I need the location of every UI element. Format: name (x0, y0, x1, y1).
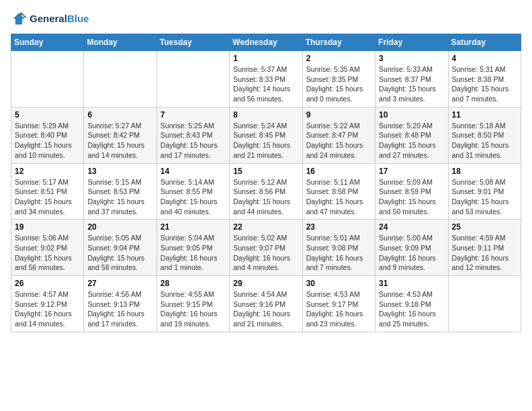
day-info: Sunrise: 4:55 AMSunset: 9:15 PMDaylight:… (161, 289, 226, 329)
day-number: 5 (15, 110, 80, 120)
header: GeneralBlue (11, 11, 521, 27)
day-number: 30 (306, 279, 371, 288)
day-number: 20 (87, 222, 152, 232)
day-number: 7 (161, 110, 226, 120)
day-info: Sunrise: 5:25 AMSunset: 8:43 PMDaylight:… (161, 121, 226, 161)
day-number: 21 (161, 222, 226, 232)
day-number: 17 (379, 167, 444, 176)
calendar-cell: 16Sunrise: 5:11 AMSunset: 8:58 PMDayligh… (302, 163, 375, 220)
day-info: Sunrise: 5:37 AMSunset: 8:33 PMDaylight:… (233, 64, 298, 104)
calendar: SundayMondayTuesdayWednesdayThursdayFrid… (11, 34, 521, 332)
calendar-cell (448, 276, 521, 332)
day-info: Sunrise: 5:18 AMSunset: 8:50 PMDaylight:… (452, 121, 517, 161)
logo-text: GeneralBlue (30, 13, 89, 25)
day-number: 27 (87, 279, 152, 288)
calendar-cell: 7Sunrise: 5:25 AMSunset: 8:43 PMDaylight… (157, 107, 229, 163)
day-info: Sunrise: 5:24 AMSunset: 8:45 PMDaylight:… (233, 121, 298, 161)
day-number: 9 (306, 110, 371, 120)
day-info: Sunrise: 5:06 AMSunset: 9:02 PMDaylight:… (15, 233, 80, 273)
calendar-week-1: 1Sunrise: 5:37 AMSunset: 8:33 PMDaylight… (11, 51, 521, 107)
calendar-cell: 21Sunrise: 5:04 AMSunset: 9:05 PMDayligh… (157, 220, 229, 276)
calendar-cell: 11Sunrise: 5:18 AMSunset: 8:50 PMDayligh… (448, 107, 521, 163)
day-info: Sunrise: 5:12 AMSunset: 8:56 PMDaylight:… (233, 177, 298, 217)
day-number: 19 (15, 222, 80, 232)
day-info: Sunrise: 5:01 AMSunset: 9:08 PMDaylight:… (306, 233, 371, 273)
calendar-week-3: 12Sunrise: 5:17 AMSunset: 8:51 PMDayligh… (11, 163, 521, 220)
day-number: 15 (233, 167, 298, 176)
calendar-week-5: 26Sunrise: 4:57 AMSunset: 9:12 PMDayligh… (11, 276, 521, 332)
calendar-cell: 14Sunrise: 5:14 AMSunset: 8:55 PMDayligh… (157, 163, 229, 220)
calendar-cell: 22Sunrise: 5:02 AMSunset: 9:07 PMDayligh… (230, 220, 302, 276)
day-number: 28 (161, 279, 226, 288)
calendar-cell: 18Sunrise: 5:08 AMSunset: 9:01 PMDayligh… (448, 163, 521, 220)
day-number: 4 (452, 54, 517, 63)
day-info: Sunrise: 5:31 AMSunset: 8:38 PMDaylight:… (452, 64, 517, 104)
calendar-week-4: 19Sunrise: 5:06 AMSunset: 9:02 PMDayligh… (11, 220, 521, 276)
calendar-cell: 31Sunrise: 4:53 AMSunset: 9:18 PMDayligh… (375, 276, 448, 332)
logo-icon (11, 11, 27, 27)
day-info: Sunrise: 5:33 AMSunset: 8:37 PMDaylight:… (379, 64, 444, 104)
day-number: 12 (15, 167, 80, 176)
day-info: Sunrise: 5:08 AMSunset: 9:01 PMDaylight:… (452, 177, 517, 217)
day-info: Sunrise: 5:29 AMSunset: 8:40 PMDaylight:… (15, 121, 80, 161)
day-info: Sunrise: 5:27 AMSunset: 8:42 PMDaylight:… (87, 121, 152, 161)
calendar-cell: 9Sunrise: 5:22 AMSunset: 8:47 PMDaylight… (302, 107, 375, 163)
calendar-cell: 24Sunrise: 5:00 AMSunset: 9:09 PMDayligh… (375, 220, 448, 276)
calendar-cell: 29Sunrise: 4:54 AMSunset: 9:16 PMDayligh… (230, 276, 302, 332)
day-info: Sunrise: 4:53 AMSunset: 9:17 PMDaylight:… (306, 289, 371, 329)
day-info: Sunrise: 5:17 AMSunset: 8:51 PMDaylight:… (15, 177, 80, 217)
weekday-saturday: Saturday (448, 34, 521, 51)
calendar-week-2: 5Sunrise: 5:29 AMSunset: 8:40 PMDaylight… (11, 107, 521, 163)
day-info: Sunrise: 5:05 AMSunset: 9:04 PMDaylight:… (87, 233, 152, 273)
day-number: 6 (87, 110, 152, 120)
day-info: Sunrise: 5:11 AMSunset: 8:58 PMDaylight:… (306, 177, 371, 217)
calendar-cell: 19Sunrise: 5:06 AMSunset: 9:02 PMDayligh… (11, 220, 84, 276)
day-number: 2 (306, 54, 371, 63)
calendar-cell: 25Sunrise: 4:59 AMSunset: 9:11 PMDayligh… (448, 220, 521, 276)
calendar-cell: 15Sunrise: 5:12 AMSunset: 8:56 PMDayligh… (230, 163, 302, 220)
calendar-cell: 28Sunrise: 4:55 AMSunset: 9:15 PMDayligh… (157, 276, 229, 332)
logo: GeneralBlue (11, 11, 89, 27)
day-number: 8 (233, 110, 298, 120)
calendar-cell: 10Sunrise: 5:20 AMSunset: 8:48 PMDayligh… (375, 107, 448, 163)
day-info: Sunrise: 5:09 AMSunset: 8:59 PMDaylight:… (379, 177, 444, 217)
calendar-cell: 3Sunrise: 5:33 AMSunset: 8:37 PMDaylight… (375, 51, 448, 107)
day-number: 22 (233, 222, 298, 232)
weekday-thursday: Thursday (302, 34, 375, 51)
calendar-cell (157, 51, 229, 107)
calendar-cell: 27Sunrise: 4:56 AMSunset: 9:13 PMDayligh… (84, 276, 157, 332)
day-info: Sunrise: 4:57 AMSunset: 9:12 PMDaylight:… (15, 289, 80, 329)
day-number: 11 (452, 110, 517, 120)
calendar-cell: 20Sunrise: 5:05 AMSunset: 9:04 PMDayligh… (84, 220, 157, 276)
day-number: 23 (306, 222, 371, 232)
day-number: 24 (379, 222, 444, 232)
weekday-friday: Friday (375, 34, 448, 51)
day-number: 10 (379, 110, 444, 120)
weekday-monday: Monday (84, 34, 157, 51)
day-info: Sunrise: 5:35 AMSunset: 8:35 PMDaylight:… (306, 64, 371, 104)
weekday-wednesday: Wednesday (230, 34, 302, 51)
calendar-cell: 6Sunrise: 5:27 AMSunset: 8:42 PMDaylight… (84, 107, 157, 163)
day-number: 1 (233, 54, 298, 63)
calendar-cell (11, 51, 84, 107)
day-info: Sunrise: 5:00 AMSunset: 9:09 PMDaylight:… (379, 233, 444, 273)
calendar-cell: 5Sunrise: 5:29 AMSunset: 8:40 PMDaylight… (11, 107, 84, 163)
calendar-cell: 12Sunrise: 5:17 AMSunset: 8:51 PMDayligh… (11, 163, 84, 220)
calendar-cell: 13Sunrise: 5:15 AMSunset: 8:53 PMDayligh… (84, 163, 157, 220)
calendar-cell: 17Sunrise: 5:09 AMSunset: 8:59 PMDayligh… (375, 163, 448, 220)
calendar-cell: 2Sunrise: 5:35 AMSunset: 8:35 PMDaylight… (302, 51, 375, 107)
calendar-cell: 1Sunrise: 5:37 AMSunset: 8:33 PMDaylight… (230, 51, 302, 107)
day-info: Sunrise: 5:14 AMSunset: 8:55 PMDaylight:… (161, 177, 226, 217)
day-info: Sunrise: 4:54 AMSunset: 9:16 PMDaylight:… (233, 289, 298, 329)
day-number: 31 (379, 279, 444, 288)
day-number: 16 (306, 167, 371, 176)
calendar-body: 1Sunrise: 5:37 AMSunset: 8:33 PMDaylight… (11, 51, 521, 332)
day-number: 13 (87, 167, 152, 176)
calendar-cell: 4Sunrise: 5:31 AMSunset: 8:38 PMDaylight… (448, 51, 521, 107)
weekday-sunday: Sunday (11, 34, 84, 51)
calendar-cell: 26Sunrise: 4:57 AMSunset: 9:12 PMDayligh… (11, 276, 84, 332)
calendar-cell: 8Sunrise: 5:24 AMSunset: 8:45 PMDaylight… (230, 107, 302, 163)
weekday-tuesday: Tuesday (157, 34, 229, 51)
day-number: 18 (452, 167, 517, 176)
day-number: 3 (379, 54, 444, 63)
